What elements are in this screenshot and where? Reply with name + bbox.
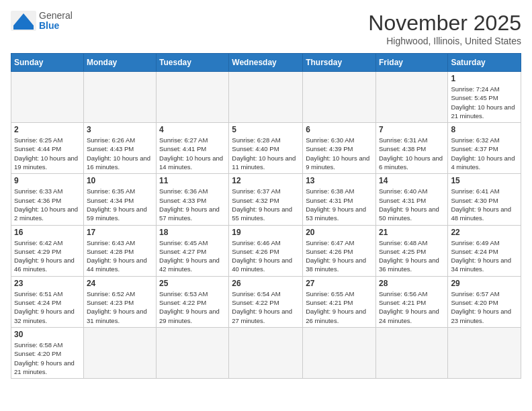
day-info: Sunrise: 6:30 AM Sunset: 4:39 PM Dayligh…	[306, 136, 373, 171]
calendar-cell: 6Sunrise: 6:30 AM Sunset: 4:39 PM Daylig…	[303, 123, 376, 174]
day-info: Sunrise: 6:56 AM Sunset: 4:21 PM Dayligh…	[379, 289, 445, 325]
day-info: Sunrise: 6:58 AM Sunset: 4:20 PM Dayligh…	[14, 340, 81, 376]
calendar-cell: 10Sunrise: 6:35 AM Sunset: 4:34 PM Dayli…	[83, 174, 156, 225]
calendar-cell	[375, 72, 447, 123]
day-number: 9	[14, 176, 81, 185]
weekday-header-tuesday: Tuesday	[157, 54, 229, 72]
day-number: 21	[379, 228, 445, 237]
calendar-cell: 19Sunrise: 6:46 AM Sunset: 4:26 PM Dayli…	[229, 225, 303, 276]
calendar-cell: 29Sunrise: 6:57 AM Sunset: 4:20 PM Dayli…	[448, 276, 521, 327]
weekday-header-friday: Friday	[375, 54, 447, 72]
calendar-cell: 9Sunrise: 6:33 AM Sunset: 4:36 PM Daylig…	[11, 174, 84, 225]
calendar-cell	[229, 72, 303, 123]
calendar-cell	[157, 327, 229, 378]
calendar-cell	[83, 72, 156, 123]
calendar-cell	[375, 327, 447, 378]
day-number: 6	[306, 125, 373, 134]
day-number: 22	[451, 228, 518, 237]
calendar-cell: 12Sunrise: 6:37 AM Sunset: 4:32 PM Dayli…	[229, 174, 303, 225]
calendar-cell: 1Sunrise: 7:24 AM Sunset: 5:45 PM Daylig…	[448, 72, 521, 123]
week-row-5: 23Sunrise: 6:51 AM Sunset: 4:24 PM Dayli…	[11, 276, 521, 327]
calendar-cell: 2Sunrise: 6:25 AM Sunset: 4:44 PM Daylig…	[11, 123, 84, 174]
day-info: Sunrise: 6:25 AM Sunset: 4:44 PM Dayligh…	[14, 136, 81, 171]
day-info: Sunrise: 6:40 AM Sunset: 4:31 PM Dayligh…	[379, 187, 445, 222]
page-header: General Blue November 2025 Highwood, Ill…	[11, 11, 521, 46]
day-info: Sunrise: 6:28 AM Sunset: 4:40 PM Dayligh…	[232, 136, 300, 171]
calendar-cell: 23Sunrise: 6:51 AM Sunset: 4:24 PM Dayli…	[11, 276, 84, 327]
calendar-cell	[448, 327, 521, 378]
day-number: 28	[379, 279, 445, 288]
month-year-title: November 2025	[368, 11, 521, 36]
day-info: Sunrise: 6:57 AM Sunset: 4:20 PM Dayligh…	[451, 289, 518, 325]
weekday-header-sunday: Sunday	[11, 54, 84, 72]
day-info: Sunrise: 6:54 AM Sunset: 4:22 PM Dayligh…	[232, 289, 300, 325]
day-info: Sunrise: 6:41 AM Sunset: 4:30 PM Dayligh…	[451, 187, 518, 222]
calendar-cell	[229, 327, 303, 378]
calendar-cell	[303, 327, 376, 378]
calendar-cell: 8Sunrise: 6:32 AM Sunset: 4:37 PM Daylig…	[448, 123, 521, 174]
calendar-cell: 26Sunrise: 6:54 AM Sunset: 4:22 PM Dayli…	[229, 276, 303, 327]
day-number: 19	[232, 228, 300, 237]
day-info: Sunrise: 6:51 AM Sunset: 4:24 PM Dayligh…	[14, 289, 81, 325]
day-info: Sunrise: 6:48 AM Sunset: 4:25 PM Dayligh…	[379, 238, 445, 274]
day-number: 26	[232, 279, 300, 288]
calendar-cell: 25Sunrise: 6:53 AM Sunset: 4:22 PM Dayli…	[157, 276, 229, 327]
weekday-header-wednesday: Wednesday	[229, 54, 303, 72]
calendar-cell: 14Sunrise: 6:40 AM Sunset: 4:31 PM Dayli…	[375, 174, 447, 225]
day-info: Sunrise: 6:53 AM Sunset: 4:22 PM Dayligh…	[159, 289, 226, 325]
weekday-header-monday: Monday	[83, 54, 156, 72]
day-info: Sunrise: 6:33 AM Sunset: 4:36 PM Dayligh…	[14, 187, 81, 222]
calendar-cell: 3Sunrise: 6:26 AM Sunset: 4:43 PM Daylig…	[83, 123, 156, 174]
day-number: 24	[87, 279, 153, 288]
calendar-cell: 16Sunrise: 6:42 AM Sunset: 4:29 PM Dayli…	[11, 225, 84, 276]
day-info: Sunrise: 6:47 AM Sunset: 4:26 PM Dayligh…	[306, 238, 373, 274]
calendar-cell	[157, 72, 229, 123]
day-info: Sunrise: 6:45 AM Sunset: 4:27 PM Dayligh…	[159, 238, 226, 274]
calendar-cell: 5Sunrise: 6:28 AM Sunset: 4:40 PM Daylig…	[229, 123, 303, 174]
calendar-cell: 27Sunrise: 6:55 AM Sunset: 4:21 PM Dayli…	[303, 276, 376, 327]
week-row-2: 2Sunrise: 6:25 AM Sunset: 4:44 PM Daylig…	[11, 123, 521, 174]
calendar-cell	[303, 72, 376, 123]
day-info: Sunrise: 6:26 AM Sunset: 4:43 PM Dayligh…	[87, 136, 153, 171]
day-number: 5	[232, 125, 300, 134]
weekday-header-saturday: Saturday	[448, 54, 521, 72]
day-info: Sunrise: 6:42 AM Sunset: 4:29 PM Dayligh…	[14, 238, 81, 274]
day-number: 27	[306, 279, 373, 288]
day-number: 1	[451, 74, 518, 83]
day-info: Sunrise: 6:37 AM Sunset: 4:32 PM Dayligh…	[232, 187, 300, 222]
day-number: 13	[306, 176, 373, 185]
day-info: Sunrise: 6:49 AM Sunset: 4:24 PM Dayligh…	[451, 238, 518, 274]
weekday-header-row: SundayMondayTuesdayWednesdayThursdayFrid…	[11, 54, 521, 72]
calendar-cell: 13Sunrise: 6:38 AM Sunset: 4:31 PM Dayli…	[303, 174, 376, 225]
week-row-1: 1Sunrise: 7:24 AM Sunset: 5:45 PM Daylig…	[11, 72, 521, 123]
calendar-cell: 18Sunrise: 6:45 AM Sunset: 4:27 PM Dayli…	[157, 225, 229, 276]
week-row-4: 16Sunrise: 6:42 AM Sunset: 4:29 PM Dayli…	[11, 225, 521, 276]
day-number: 12	[232, 176, 300, 185]
day-number: 2	[14, 125, 81, 134]
calendar-cell: 15Sunrise: 6:41 AM Sunset: 4:30 PM Dayli…	[448, 174, 521, 225]
calendar-cell: 24Sunrise: 6:52 AM Sunset: 4:23 PM Dayli…	[83, 276, 156, 327]
day-info: Sunrise: 6:52 AM Sunset: 4:23 PM Dayligh…	[87, 289, 153, 325]
title-block: November 2025 Highwood, Illinois, United…	[368, 11, 521, 46]
day-number: 29	[451, 279, 518, 288]
day-info: Sunrise: 6:35 AM Sunset: 4:34 PM Dayligh…	[87, 187, 153, 222]
day-number: 8	[451, 125, 518, 134]
calendar-cell: 17Sunrise: 6:43 AM Sunset: 4:28 PM Dayli…	[83, 225, 156, 276]
calendar-cell: 7Sunrise: 6:31 AM Sunset: 4:38 PM Daylig…	[375, 123, 447, 174]
week-row-3: 9Sunrise: 6:33 AM Sunset: 4:36 PM Daylig…	[11, 174, 521, 225]
day-info: Sunrise: 7:24 AM Sunset: 5:45 PM Dayligh…	[451, 85, 518, 120]
day-info: Sunrise: 6:46 AM Sunset: 4:26 PM Dayligh…	[232, 238, 300, 274]
day-number: 23	[14, 279, 81, 288]
day-number: 18	[159, 228, 226, 237]
day-number: 20	[306, 228, 373, 237]
day-info: Sunrise: 6:27 AM Sunset: 4:41 PM Dayligh…	[159, 136, 226, 171]
calendar-cell	[11, 72, 84, 123]
calendar-cell: 22Sunrise: 6:49 AM Sunset: 4:24 PM Dayli…	[448, 225, 521, 276]
day-number: 30	[14, 330, 81, 339]
day-info: Sunrise: 6:36 AM Sunset: 4:33 PM Dayligh…	[159, 187, 226, 222]
day-info: Sunrise: 6:31 AM Sunset: 4:38 PM Dayligh…	[379, 136, 445, 171]
day-number: 15	[451, 176, 518, 185]
day-number: 7	[379, 125, 445, 134]
calendar-cell: 4Sunrise: 6:27 AM Sunset: 4:41 PM Daylig…	[157, 123, 229, 174]
day-number: 3	[87, 125, 153, 134]
